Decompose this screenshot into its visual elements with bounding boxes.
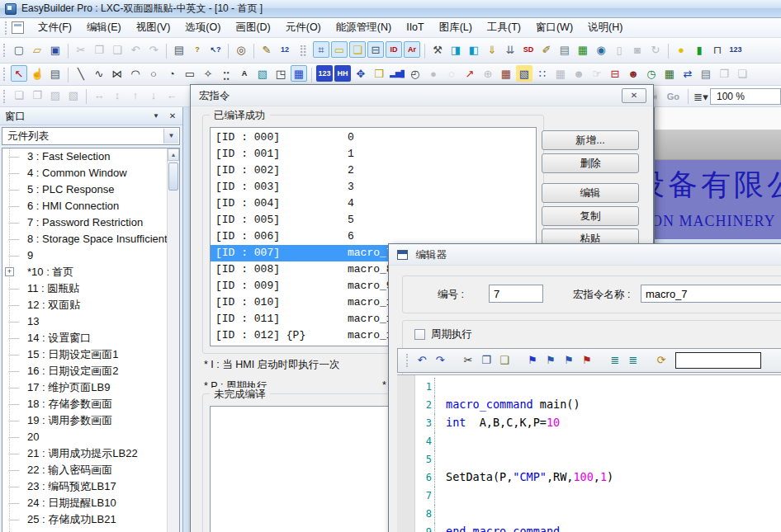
scatter-icon[interactable]: ∷ [534, 65, 551, 82]
tree-item[interactable]: ┄┄17 : 维护页面LB9 [2, 379, 179, 396]
windows-stack-icon[interactable]: ❏ [349, 41, 366, 58]
tree-item[interactable]: ┄┄26 [2, 528, 179, 532]
menu-item[interactable]: 图库(L) [432, 19, 480, 35]
tree-item[interactable]: ┄┄24 : 日期提醒LB10 [2, 495, 179, 511]
compile-icon[interactable]: ⚒ [429, 41, 446, 58]
download-pc-icon[interactable]: ⇊ [502, 41, 518, 58]
scale-icon[interactable]: ◳ [272, 65, 289, 82]
macro-list-row[interactable]: [ID : 002]2 [211, 162, 536, 179]
tree-item[interactable]: ┄┄6 : HMI Connection [2, 198, 179, 214]
indent-icon[interactable]: ≣ [625, 351, 641, 368]
pie-icon[interactable]: ◔ [163, 65, 180, 82]
date-icon[interactable]: 12 [277, 41, 293, 58]
traffic-light-icon[interactable]: ▮ [691, 41, 708, 58]
tree-item[interactable]: ┄┄15 : 日期设定画面1 [2, 346, 179, 363]
undo-icon[interactable]: ↶ [414, 351, 430, 368]
switch-icon[interactable]: ⊓ [709, 41, 726, 58]
macro-list-row[interactable]: [ID : 000]0 [211, 129, 536, 146]
tree-item[interactable]: ┄┄4 : Common Window [2, 165, 179, 181]
context-help-icon[interactable]: ↖? [207, 41, 224, 58]
menu-item[interactable]: 画图(D) [228, 19, 277, 35]
tree-item[interactable]: ┄┄9 [2, 247, 179, 264]
bar-switch-icon[interactable]: ⊟ [607, 65, 623, 82]
close-icon[interactable]: ✕ [622, 88, 646, 103]
tree-item[interactable]: ┄┄13 [2, 313, 179, 330]
save-icon[interactable]: ▣ [47, 41, 64, 58]
edit-data-icon[interactable]: ✐ [538, 41, 555, 58]
macro-id-field[interactable] [489, 285, 543, 303]
macro-list-row[interactable]: [ID : 001]1 [211, 146, 536, 162]
freehand-icon[interactable]: ⣒ [218, 65, 234, 82]
picture-icon[interactable]: ▧ [254, 65, 271, 82]
delete-macro-button[interactable]: 删除 [542, 153, 639, 173]
tree-item[interactable]: ┄┄5 : PLC Response [2, 181, 179, 198]
paste-icon[interactable]: ❑ [496, 351, 513, 368]
macro-list-row[interactable]: [ID : 003]3 [211, 179, 536, 195]
tree-item[interactable]: ┄┄18 : 存储参数画面 [2, 396, 179, 412]
operator-red-icon[interactable]: ☻ [625, 65, 641, 82]
tree-item[interactable]: +*10 : 首页 [2, 264, 179, 280]
tree-item[interactable]: ┄┄21 : 调用成功提示LB22 [2, 445, 179, 462]
meter-display-icon[interactable]: ◴ [407, 65, 424, 82]
bookmark-prev-icon[interactable]: ⚑ [561, 351, 577, 368]
polygon-icon[interactable]: ✧ [200, 65, 216, 82]
online-simulation-icon[interactable]: ◨ [447, 41, 464, 58]
edit-macro-button[interactable]: 编辑 [542, 183, 639, 203]
menu-item[interactable]: 能源管理(N) [329, 19, 399, 35]
numeric-icon[interactable]: 123 [727, 41, 744, 58]
editor-dialog-titlebar[interactable]: 编辑器 [389, 244, 781, 266]
copy-icon[interactable]: ❐ [478, 351, 495, 368]
scroll-up-icon[interactable]: ▲ [168, 148, 179, 161]
tree-item[interactable]: ┄┄3 : Fast Selection [2, 148, 179, 165]
move-shape-icon[interactable]: ✥ [353, 65, 369, 82]
tree-item[interactable]: ┄┄20 [2, 429, 179, 445]
csv-icon[interactable]: ▤ [556, 41, 573, 58]
help-icon[interactable]: ? [189, 41, 206, 58]
menu-item[interactable]: IIoT [399, 19, 432, 35]
trend-display-icon[interactable]: ↗ [462, 65, 478, 82]
macro-list-row[interactable]: [ID : 005]5 [211, 212, 536, 228]
circle-icon[interactable]: ○ [145, 65, 162, 82]
hand-icon[interactable]: ☝ [29, 65, 45, 82]
menu-item[interactable]: 文件(F) [31, 19, 79, 35]
print-icon[interactable]: ▤ [171, 41, 187, 58]
chevron-down-icon[interactable]: ▼ [163, 129, 178, 144]
data-transfer-icon[interactable]: ⇄ [679, 65, 696, 82]
line-icon[interactable]: ╲ [73, 65, 89, 82]
copy-macro-button[interactable]: 复制 [542, 206, 639, 226]
properties-icon[interactable]: ▤ [47, 65, 64, 82]
show-ar-icon[interactable]: Ar [404, 41, 420, 58]
macro-dialog-titlebar[interactable]: 宏指令 ✕ [191, 85, 653, 106]
ascii-display-icon[interactable]: HH [334, 65, 351, 82]
menu-item[interactable]: 说明(H) [580, 19, 630, 35]
menu-item[interactable]: 编辑(E) [79, 19, 129, 35]
text-icon[interactable]: A [236, 65, 253, 82]
bezier-icon[interactable]: ∿ [91, 65, 107, 82]
snap-icon[interactable]: ⌗ [313, 41, 329, 58]
hmi-search-icon[interactable]: ◉ [593, 41, 609, 58]
sd-card-icon[interactable]: SD [520, 41, 537, 58]
schedule-icon[interactable]: ◷ [643, 65, 660, 82]
bar-graph-icon[interactable]: ▂▅▇ [389, 65, 405, 82]
panel-collapse-icon[interactable]: ▼ [149, 111, 163, 122]
tree-item[interactable]: ┄┄8 : Storage Space Insufficient [2, 231, 179, 247]
show-id-icon[interactable]: ID [386, 41, 402, 58]
arc-icon[interactable]: ◠ [127, 65, 144, 82]
select-cursor-icon[interactable]: ↖ [11, 65, 27, 82]
expand-icon[interactable]: + [5, 267, 14, 276]
recipe-icon[interactable]: ▦ [575, 41, 591, 58]
rect-icon[interactable]: ▭ [182, 65, 198, 82]
macro-name-field[interactable] [641, 285, 781, 303]
periodic-checkbox[interactable] [414, 329, 425, 340]
find-icon[interactable]: ◎ [233, 41, 249, 58]
open-file-icon[interactable]: ▱ [29, 41, 45, 58]
menu-item[interactable]: 选项(O) [178, 19, 228, 35]
comment-icon[interactable]: ⊟ [367, 41, 384, 58]
scrollbar-thumb[interactable] [168, 162, 178, 191]
bookmark-icon[interactable]: ⚑ [524, 351, 541, 368]
cut-icon[interactable]: ✂ [460, 351, 476, 368]
zoom-combobox[interactable]: 100 % [710, 88, 781, 105]
combo-button-icon[interactable]: ❒ [371, 65, 387, 82]
bookmark-next-icon[interactable]: ⚑ [542, 351, 559, 368]
new-file-icon[interactable]: ▢ [11, 41, 27, 58]
